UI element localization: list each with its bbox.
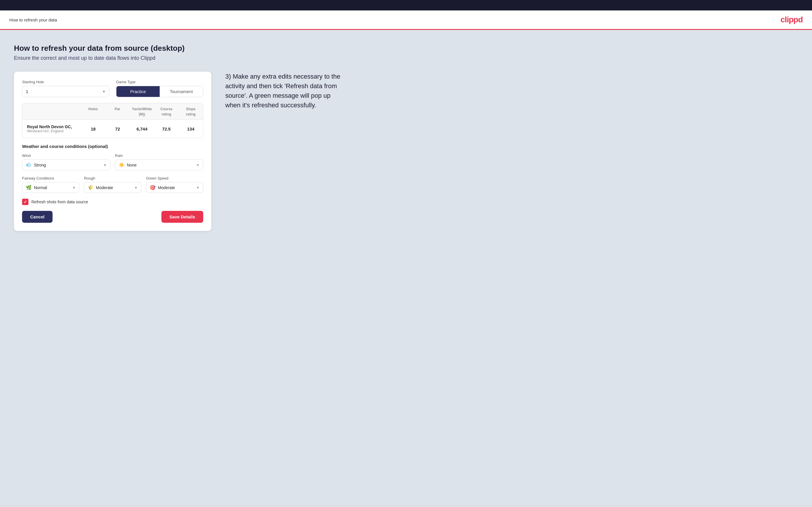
fairway-select-wrapper[interactable]: 🌿 Normal Firm Soft ▼ bbox=[22, 182, 79, 193]
green-speed-select-wrapper[interactable]: 🎯 Moderate Fast Slow ▼ bbox=[146, 182, 203, 193]
course-rating-value: 72.5 bbox=[154, 123, 179, 135]
slope-rating-label: Slope rating bbox=[186, 107, 195, 116]
rain-arrow-icon: ▼ bbox=[196, 163, 199, 167]
rough-arrow-icon: ▼ bbox=[135, 186, 138, 189]
wind-rain-grid: Wind 💨 Strong Light Calm ▼ Rain ☀ bbox=[22, 154, 203, 170]
wind-select-wrapper[interactable]: 💨 Strong Light Calm ▼ bbox=[22, 160, 110, 170]
green-speed-label: Green Speed bbox=[146, 176, 203, 180]
starting-hole-group: Starting Hole 1 10 ▼ bbox=[22, 80, 109, 97]
game-type-label: Game Type bbox=[116, 80, 203, 84]
tournament-button[interactable]: Tournament bbox=[160, 86, 203, 97]
starting-hole-label: Starting Hole bbox=[22, 80, 109, 84]
right-text: 3) Make any extra edits necessary to the… bbox=[225, 72, 347, 110]
rough-select-wrapper[interactable]: 🌾 Moderate Light Heavy ▼ bbox=[84, 182, 141, 193]
course-name-cell: Royal North Devon GC, Westward Ho!, Engl… bbox=[22, 121, 81, 136]
rain-label: Rain bbox=[115, 154, 203, 158]
course-rating-header: Course rating bbox=[154, 103, 179, 119]
holes-value: 18 bbox=[81, 123, 105, 135]
yards-label: Yards/White (M)) bbox=[132, 107, 152, 116]
wind-group: Wind 💨 Strong Light Calm ▼ bbox=[22, 154, 110, 170]
yards-value: 6,744 bbox=[130, 123, 154, 135]
checkbox-checkmark: ✓ bbox=[23, 200, 27, 204]
holes-label: Holes bbox=[88, 107, 98, 111]
wind-label: Wind bbox=[22, 154, 110, 158]
slope-rating-header: Slope rating bbox=[179, 103, 203, 119]
rough-icon: 🌾 bbox=[88, 185, 94, 190]
wind-icon: 💨 bbox=[26, 162, 32, 168]
refresh-checkbox-label: Refresh shots from data source bbox=[31, 200, 88, 204]
save-button[interactable]: Save Details bbox=[161, 211, 203, 223]
green-speed-group: Green Speed 🎯 Moderate Fast Slow ▼ bbox=[146, 176, 203, 193]
form-card: Starting Hole 1 10 ▼ Game Type Practice … bbox=[14, 72, 211, 231]
course-header-row: Holes Par Yards/White (M)) Course rating… bbox=[22, 103, 203, 120]
fairway-select[interactable]: Normal Firm Soft bbox=[34, 185, 70, 190]
starting-hole-select-wrapper: 1 10 ▼ bbox=[22, 86, 109, 97]
instruction-text: 3) Make any extra edits necessary to the… bbox=[225, 72, 347, 110]
main-content: How to refresh your data from source (de… bbox=[0, 30, 812, 506]
wind-select[interactable]: Strong Light Calm bbox=[34, 163, 101, 167]
course-name-main: Royal North Devon GC, bbox=[27, 124, 77, 129]
content-area: Starting Hole 1 10 ▼ Game Type Practice … bbox=[14, 72, 798, 231]
starting-hole-select[interactable]: 1 10 bbox=[22, 86, 109, 97]
header: How to refresh your data clippd bbox=[0, 10, 812, 30]
wind-arrow-icon: ▼ bbox=[103, 163, 107, 167]
green-speed-select[interactable]: Moderate Fast Slow bbox=[158, 185, 194, 190]
top-bar bbox=[0, 0, 812, 10]
rough-label: Rough bbox=[84, 176, 141, 180]
fairway-group: Fairway Conditions 🌿 Normal Firm Soft ▼ bbox=[22, 176, 79, 193]
rain-icon: ☀️ bbox=[119, 162, 124, 168]
slope-rating-value: 134 bbox=[179, 123, 203, 135]
yards-header: Yards/White (M)) bbox=[130, 103, 154, 119]
par-header: Par bbox=[105, 103, 130, 119]
course-name-sub: Westward Ho!, England bbox=[27, 129, 77, 133]
footer: Copyright Clippd 2022 bbox=[0, 506, 812, 507]
cancel-button[interactable]: Cancel bbox=[22, 211, 53, 223]
top-form-row: Starting Hole 1 10 ▼ Game Type Practice … bbox=[22, 80, 203, 97]
game-type-buttons: Practice Tournament bbox=[116, 86, 203, 97]
fairway-icon: 🌿 bbox=[26, 185, 32, 190]
page-heading: How to refresh your data from source (de… bbox=[14, 44, 798, 53]
rough-select[interactable]: Moderate Light Heavy bbox=[96, 185, 132, 190]
action-row: Cancel Save Details bbox=[22, 211, 203, 223]
fairway-arrow-icon: ▼ bbox=[72, 186, 75, 189]
par-label: Par bbox=[115, 107, 120, 111]
conditions-title: Weather and course conditions (optional) bbox=[22, 144, 203, 149]
refresh-checkbox[interactable]: ✓ bbox=[22, 199, 29, 205]
rain-group: Rain ☀️ None Light Heavy ▼ bbox=[115, 154, 203, 170]
course-data-row: Royal North Devon GC, Westward Ho!, Engl… bbox=[22, 120, 203, 138]
logo: clippd bbox=[781, 15, 803, 24]
header-title: How to refresh your data bbox=[9, 17, 57, 22]
fairway-label: Fairway Conditions bbox=[22, 176, 79, 180]
holes-header: Holes bbox=[81, 103, 105, 119]
green-speed-icon: 🎯 bbox=[150, 185, 156, 190]
rain-select[interactable]: None Light Heavy bbox=[127, 163, 194, 167]
fairway-rough-green-grid: Fairway Conditions 🌿 Normal Firm Soft ▼ … bbox=[22, 176, 203, 193]
course-table: Holes Par Yards/White (M)) Course rating… bbox=[22, 103, 203, 138]
rough-group: Rough 🌾 Moderate Light Heavy ▼ bbox=[84, 176, 141, 193]
course-rating-label: Course rating bbox=[160, 107, 172, 116]
course-name-header bbox=[22, 103, 81, 119]
practice-button[interactable]: Practice bbox=[116, 86, 160, 97]
rain-select-wrapper[interactable]: ☀️ None Light Heavy ▼ bbox=[115, 160, 203, 170]
game-type-group: Game Type Practice Tournament bbox=[116, 80, 203, 97]
par-value: 72 bbox=[105, 123, 130, 135]
page-subheading: Ensure the correct and most up to date d… bbox=[14, 55, 798, 61]
refresh-checkbox-row: ✓ Refresh shots from data source bbox=[22, 199, 203, 205]
green-speed-arrow-icon: ▼ bbox=[196, 186, 199, 189]
